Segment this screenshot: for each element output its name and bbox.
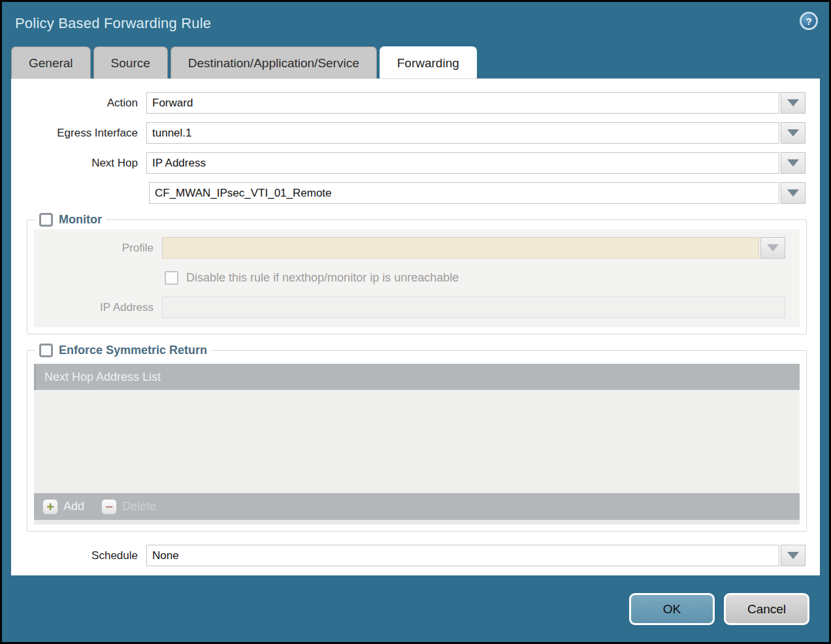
monitor-legend: Monitor bbox=[35, 213, 106, 227]
next-hop-dropdown-button[interactable] bbox=[781, 152, 806, 174]
enforce-symmetric-return-checkbox[interactable] bbox=[39, 344, 53, 357]
help-icon[interactable]: ? bbox=[800, 12, 818, 30]
monitor-ip-address-row: IP Address bbox=[42, 297, 785, 318]
schedule-label: Schedule bbox=[11, 549, 146, 562]
dialog-footer: OK Cancel bbox=[629, 593, 809, 625]
delete-button[interactable]: − Delete bbox=[101, 499, 156, 515]
chevron-down-icon bbox=[787, 129, 799, 137]
dialog-title: Policy Based Forwarding Rule bbox=[15, 15, 211, 32]
profile-input bbox=[162, 237, 759, 259]
schedule-dropdown-button[interactable] bbox=[781, 545, 806, 566]
chevron-down-icon bbox=[787, 552, 799, 559]
egress-interface-input[interactable] bbox=[146, 122, 779, 144]
tab-forwarding[interactable]: Forwarding bbox=[380, 46, 477, 78]
next-hop-combo bbox=[146, 152, 806, 174]
monitor-ip-address-combo bbox=[162, 297, 785, 318]
schedule-row: Schedule bbox=[11, 545, 806, 566]
ok-button[interactable]: OK bbox=[629, 593, 715, 625]
egress-interface-dropdown-button[interactable] bbox=[781, 122, 806, 144]
schedule-input[interactable] bbox=[146, 545, 779, 566]
chevron-down-icon bbox=[767, 244, 779, 251]
monitor-legend-label: Monitor bbox=[59, 213, 102, 227]
action-combo bbox=[146, 92, 806, 114]
next-hop-type-input[interactable] bbox=[146, 152, 779, 174]
title-bar: Policy Based Forwarding Rule ? bbox=[2, 2, 829, 44]
next-hop-address-list-toolbar: + Add − Delete bbox=[34, 493, 800, 520]
action-row: Action bbox=[11, 92, 806, 114]
egress-interface-label: Egress Interface bbox=[11, 127, 146, 140]
monitor-ip-address-input bbox=[162, 297, 785, 318]
monitor-ip-address-label: IP Address bbox=[42, 301, 162, 314]
tab-destination-application-service[interactable]: Destination/Application/Service bbox=[171, 46, 377, 78]
tab-source[interactable]: Source bbox=[93, 46, 168, 78]
enforce-symmetric-return-group: Enforce Symmetric Return Next Hop Addres… bbox=[27, 344, 807, 532]
disable-rule-checkbox[interactable] bbox=[165, 271, 178, 285]
egress-interface-combo bbox=[146, 122, 806, 144]
next-hop-address-row bbox=[11, 182, 806, 204]
monitor-group: Monitor Profile Disable this rule if nex… bbox=[27, 213, 807, 334]
profile-combo bbox=[162, 237, 785, 259]
add-button-label: Add bbox=[63, 500, 84, 513]
forwarding-tab-panel: Action Egress Interface Next Hop bbox=[11, 78, 820, 575]
disable-rule-label: Disable this rule if nexthop/monitor ip … bbox=[186, 271, 459, 285]
tab-bar: General Source Destination/Application/S… bbox=[11, 46, 820, 78]
next-hop-address-dropdown-button[interactable] bbox=[781, 182, 806, 204]
action-label: Action bbox=[11, 97, 146, 110]
policy-based-forwarding-dialog: Policy Based Forwarding Rule ? General S… bbox=[0, 0, 831, 644]
chevron-down-icon bbox=[787, 99, 799, 106]
action-input[interactable] bbox=[146, 92, 779, 114]
profile-row: Profile bbox=[42, 237, 785, 259]
action-dropdown-button[interactable] bbox=[781, 92, 806, 114]
schedule-combo bbox=[146, 545, 806, 566]
next-hop-address-list-body[interactable] bbox=[34, 390, 800, 493]
chevron-down-icon bbox=[787, 159, 799, 167]
add-button[interactable]: + Add bbox=[42, 499, 84, 515]
chevron-down-icon bbox=[787, 189, 799, 197]
next-hop-address-combo bbox=[149, 182, 806, 204]
next-hop-address-list-header: Next Hop Address List bbox=[34, 364, 800, 390]
profile-dropdown-button bbox=[760, 237, 785, 259]
cancel-button[interactable]: Cancel bbox=[724, 593, 809, 625]
enforce-symmetric-return-legend: Enforce Symmetric Return bbox=[35, 344, 211, 357]
monitor-panel: Profile Disable this rule if nexthop/mon… bbox=[34, 229, 800, 327]
delete-button-label: Delete bbox=[122, 500, 156, 513]
tab-general[interactable]: General bbox=[11, 46, 91, 78]
plus-icon: + bbox=[42, 499, 58, 515]
next-hop-address-input[interactable] bbox=[149, 182, 779, 204]
monitor-checkbox[interactable] bbox=[39, 213, 53, 227]
egress-interface-row: Egress Interface bbox=[11, 122, 806, 144]
minus-icon: − bbox=[101, 499, 117, 515]
enforce-symmetric-return-legend-label: Enforce Symmetric Return bbox=[59, 344, 207, 357]
next-hop-address-list-table: Next Hop Address List + Add − Delete bbox=[34, 364, 800, 524]
table-bottom-strip bbox=[34, 520, 800, 524]
next-hop-label: Next Hop bbox=[11, 157, 146, 170]
disable-rule-row: Disable this rule if nexthop/monitor ip … bbox=[165, 269, 790, 286]
next-hop-row: Next Hop bbox=[11, 152, 806, 174]
profile-label: Profile bbox=[42, 242, 162, 255]
